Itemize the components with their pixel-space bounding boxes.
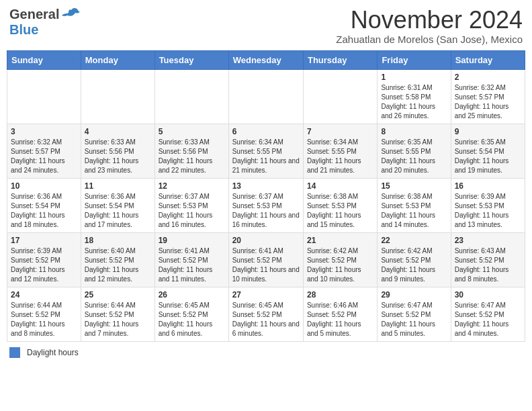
day-number: 22 xyxy=(381,236,447,245)
day-number: 4 xyxy=(85,127,151,136)
legend-label: Daylight hours xyxy=(27,348,79,357)
calendar-cell xyxy=(303,69,377,124)
day-info: Sunrise: 6:47 AM Sunset: 5:52 PM Dayligh… xyxy=(455,301,521,338)
calendar-cell: 27Sunrise: 6:45 AM Sunset: 5:52 PM Dayli… xyxy=(228,287,303,341)
day-info: Sunrise: 6:45 AM Sunset: 5:52 PM Dayligh… xyxy=(159,301,225,338)
logo: General Blue xyxy=(9,7,81,38)
location-title: Zahuatlan de Morelos (San Jose), Mexico xyxy=(336,34,523,45)
weekday-header: Monday xyxy=(81,50,154,69)
weekday-header-row: SundayMondayTuesdayWednesdayThursdayFrid… xyxy=(7,50,525,69)
day-number: 5 xyxy=(159,127,225,136)
day-info: Sunrise: 6:35 AM Sunset: 5:54 PM Dayligh… xyxy=(455,138,521,175)
calendar-cell: 14Sunrise: 6:38 AM Sunset: 5:53 PM Dayli… xyxy=(303,178,377,232)
calendar-cell: 8Sunrise: 6:35 AM Sunset: 5:55 PM Daylig… xyxy=(378,124,451,178)
day-number: 14 xyxy=(307,181,373,191)
calendar-cell: 5Sunrise: 6:33 AM Sunset: 5:56 PM Daylig… xyxy=(154,124,228,178)
day-number: 3 xyxy=(11,127,77,136)
logo-blue: Blue xyxy=(9,22,38,37)
calendar-cell: 19Sunrise: 6:41 AM Sunset: 5:52 PM Dayli… xyxy=(154,232,228,287)
calendar-cell: 23Sunrise: 6:43 AM Sunset: 5:52 PM Dayli… xyxy=(451,232,525,287)
day-number: 12 xyxy=(159,181,225,191)
weekday-header: Sunday xyxy=(7,50,81,69)
calendar-cell: 17Sunrise: 6:39 AM Sunset: 5:52 PM Dayli… xyxy=(7,232,81,287)
calendar-table: SundayMondayTuesdayWednesdayThursdayFrid… xyxy=(7,50,525,342)
day-number: 18 xyxy=(85,236,151,245)
calendar-cell: 24Sunrise: 6:44 AM Sunset: 5:52 PM Dayli… xyxy=(7,287,81,341)
calendar-cell xyxy=(228,69,303,124)
day-info: Sunrise: 6:34 AM Sunset: 5:55 PM Dayligh… xyxy=(232,138,300,175)
calendar-cell: 11Sunrise: 6:36 AM Sunset: 5:54 PM Dayli… xyxy=(81,178,154,232)
weekday-header: Tuesday xyxy=(154,50,228,69)
calendar-cell: 3Sunrise: 6:32 AM Sunset: 5:57 PM Daylig… xyxy=(7,124,81,178)
page-header: General Blue November 2024 Zahuatlan de … xyxy=(7,7,525,45)
day-info: Sunrise: 6:38 AM Sunset: 5:53 PM Dayligh… xyxy=(307,192,373,230)
calendar-cell: 20Sunrise: 6:41 AM Sunset: 5:52 PM Dayli… xyxy=(228,232,303,287)
weekday-header: Saturday xyxy=(451,50,525,69)
calendar-cell: 9Sunrise: 6:35 AM Sunset: 5:54 PM Daylig… xyxy=(451,124,525,178)
day-info: Sunrise: 6:33 AM Sunset: 5:56 PM Dayligh… xyxy=(85,138,151,175)
day-info: Sunrise: 6:35 AM Sunset: 5:55 PM Dayligh… xyxy=(381,138,447,175)
day-number: 27 xyxy=(232,290,300,300)
day-number: 26 xyxy=(159,290,225,300)
day-info: Sunrise: 6:34 AM Sunset: 5:55 PM Dayligh… xyxy=(307,138,373,175)
calendar-cell: 13Sunrise: 6:37 AM Sunset: 5:53 PM Dayli… xyxy=(228,178,303,232)
calendar-cell: 18Sunrise: 6:40 AM Sunset: 5:52 PM Dayli… xyxy=(81,232,154,287)
calendar-cell: 30Sunrise: 6:47 AM Sunset: 5:52 PM Dayli… xyxy=(451,287,525,341)
calendar-week-row: 17Sunrise: 6:39 AM Sunset: 5:52 PM Dayli… xyxy=(7,232,525,287)
day-info: Sunrise: 6:37 AM Sunset: 5:53 PM Dayligh… xyxy=(232,192,300,230)
legend-color-box xyxy=(9,347,20,358)
day-info: Sunrise: 6:36 AM Sunset: 5:54 PM Dayligh… xyxy=(85,192,151,230)
day-info: Sunrise: 6:41 AM Sunset: 5:52 PM Dayligh… xyxy=(232,246,300,284)
calendar-footer: Daylight hours xyxy=(7,347,525,358)
calendar-cell: 28Sunrise: 6:46 AM Sunset: 5:52 PM Dayli… xyxy=(303,287,377,341)
month-title: November 2024 xyxy=(336,7,523,34)
day-info: Sunrise: 6:41 AM Sunset: 5:52 PM Dayligh… xyxy=(159,246,225,284)
calendar-cell: 1Sunrise: 6:31 AM Sunset: 5:58 PM Daylig… xyxy=(378,69,451,124)
logo-general: General xyxy=(9,7,59,22)
calendar-cell: 25Sunrise: 6:44 AM Sunset: 5:52 PM Dayli… xyxy=(81,287,154,341)
day-number: 13 xyxy=(232,181,300,191)
calendar-cell xyxy=(81,69,154,124)
day-number: 24 xyxy=(11,290,77,300)
calendar-week-row: 3Sunrise: 6:32 AM Sunset: 5:57 PM Daylig… xyxy=(7,124,525,178)
day-number: 8 xyxy=(381,127,447,136)
calendar-week-row: 24Sunrise: 6:44 AM Sunset: 5:52 PM Dayli… xyxy=(7,287,525,341)
title-section: November 2024 Zahuatlan de Morelos (San … xyxy=(336,7,523,45)
day-number: 28 xyxy=(307,290,373,300)
day-info: Sunrise: 6:46 AM Sunset: 5:52 PM Dayligh… xyxy=(307,301,373,338)
day-info: Sunrise: 6:42 AM Sunset: 5:52 PM Dayligh… xyxy=(381,246,447,284)
day-info: Sunrise: 6:43 AM Sunset: 5:52 PM Dayligh… xyxy=(455,246,521,284)
day-number: 23 xyxy=(455,236,521,245)
day-info: Sunrise: 6:45 AM Sunset: 5:52 PM Dayligh… xyxy=(232,301,300,338)
calendar-cell: 15Sunrise: 6:38 AM Sunset: 5:53 PM Dayli… xyxy=(378,178,451,232)
day-info: Sunrise: 6:44 AM Sunset: 5:52 PM Dayligh… xyxy=(85,301,151,338)
day-info: Sunrise: 6:44 AM Sunset: 5:52 PM Dayligh… xyxy=(11,301,77,338)
calendar-cell: 16Sunrise: 6:39 AM Sunset: 5:53 PM Dayli… xyxy=(451,178,525,232)
calendar-week-row: 1Sunrise: 6:31 AM Sunset: 5:58 PM Daylig… xyxy=(7,69,525,124)
logo-bird-icon xyxy=(62,7,81,22)
day-number: 11 xyxy=(85,181,151,191)
day-info: Sunrise: 6:32 AM Sunset: 5:57 PM Dayligh… xyxy=(11,138,77,175)
day-number: 7 xyxy=(307,127,373,136)
day-number: 17 xyxy=(11,236,77,245)
day-number: 9 xyxy=(455,127,521,136)
day-info: Sunrise: 6:40 AM Sunset: 5:52 PM Dayligh… xyxy=(85,246,151,284)
calendar-cell: 2Sunrise: 6:32 AM Sunset: 5:57 PM Daylig… xyxy=(451,69,525,124)
day-number: 10 xyxy=(11,181,77,191)
day-number: 1 xyxy=(381,73,447,82)
calendar-cell: 29Sunrise: 6:47 AM Sunset: 5:52 PM Dayli… xyxy=(378,287,451,341)
day-number: 25 xyxy=(85,290,151,300)
day-info: Sunrise: 6:36 AM Sunset: 5:54 PM Dayligh… xyxy=(11,192,77,230)
day-number: 19 xyxy=(159,236,225,245)
day-info: Sunrise: 6:37 AM Sunset: 5:53 PM Dayligh… xyxy=(159,192,225,230)
calendar-cell: 4Sunrise: 6:33 AM Sunset: 5:56 PM Daylig… xyxy=(81,124,154,178)
calendar-cell xyxy=(154,69,228,124)
weekday-header: Wednesday xyxy=(228,50,303,69)
day-info: Sunrise: 6:39 AM Sunset: 5:53 PM Dayligh… xyxy=(455,192,521,230)
day-number: 16 xyxy=(455,181,521,191)
day-info: Sunrise: 6:47 AM Sunset: 5:52 PM Dayligh… xyxy=(381,301,447,338)
day-number: 2 xyxy=(455,73,521,82)
weekday-header: Friday xyxy=(378,50,451,69)
calendar-cell: 22Sunrise: 6:42 AM Sunset: 5:52 PM Dayli… xyxy=(378,232,451,287)
calendar-cell: 12Sunrise: 6:37 AM Sunset: 5:53 PM Dayli… xyxy=(154,178,228,232)
